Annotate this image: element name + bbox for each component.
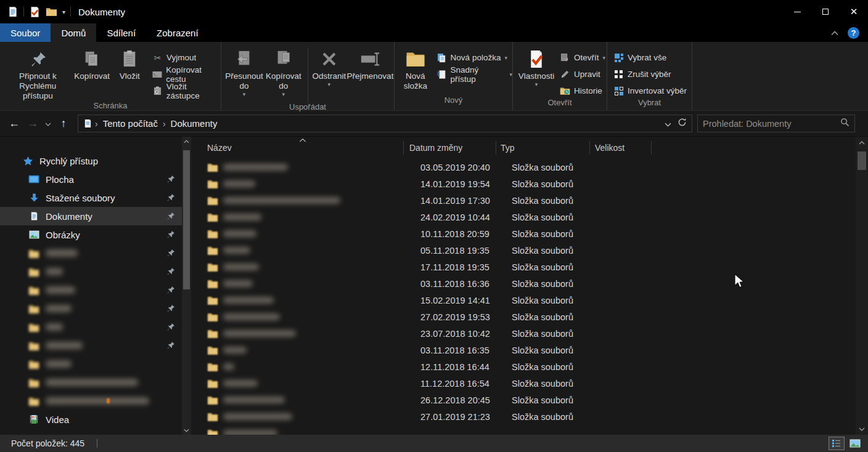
file-row[interactable]: 24.02.2019 10:44Složka souborů bbox=[191, 209, 856, 225]
cut-button[interactable]: ✂ Vyjmout bbox=[152, 50, 221, 65]
file-row[interactable]: 10.11.2018 20:59Složka souborů bbox=[191, 225, 856, 242]
history-button[interactable]: Historie bbox=[560, 84, 605, 98]
file-row[interactable]: 17.11.2018 19:35Složka souborů bbox=[191, 259, 856, 275]
open-button[interactable]: Otevřít▾ bbox=[560, 50, 605, 65]
scroll-down-icon[interactable] bbox=[182, 427, 191, 434]
recent-locations-chevron-icon[interactable] bbox=[42, 120, 54, 127]
pin-icon bbox=[166, 211, 175, 222]
sidebar-item-redacted[interactable] bbox=[0, 318, 191, 336]
file-row[interactable]: 14.01.2019 19:54Složka souborů bbox=[191, 176, 856, 192]
file-row[interactable]: 03.11.2018 16:36Složka souborů bbox=[191, 275, 856, 292]
copy-button[interactable]: Kopírovat bbox=[73, 46, 111, 81]
sidebar-item-redacted[interactable] bbox=[0, 355, 191, 373]
close-button[interactable]: ✕ bbox=[840, 0, 868, 23]
tab-file[interactable]: Soubor bbox=[0, 23, 51, 42]
column-header-size[interactable]: Velikost bbox=[590, 141, 652, 155]
sidebar-item-label: Plocha bbox=[46, 174, 74, 185]
search-icon[interactable] bbox=[840, 118, 850, 129]
tab-view[interactable]: Zobrazení bbox=[146, 23, 209, 42]
file-row[interactable]: 23.07.2018 10:42Složka souborů bbox=[191, 325, 856, 342]
rename-button[interactable]: Přejmenovat bbox=[346, 46, 394, 81]
breadcrumb-this-pc[interactable]: Tento počítač bbox=[100, 118, 160, 129]
sidebar-item-redacted[interactable] bbox=[0, 336, 191, 355]
pin-to-quick-access-button[interactable]: Připnout k Rychlému přístupu bbox=[7, 46, 68, 101]
sidebar-item-redacted[interactable] bbox=[0, 262, 191, 281]
column-header-date[interactable]: Datum změny bbox=[404, 141, 496, 155]
file-row[interactable]: 12.11.2018 16:44Složka souborů bbox=[191, 358, 856, 375]
select-all-button[interactable]: Vybrat vše bbox=[613, 50, 687, 65]
paste-button[interactable]: Vložit bbox=[116, 46, 144, 81]
qat-properties-button[interactable] bbox=[29, 6, 41, 18]
minimize-button[interactable] bbox=[783, 0, 811, 23]
properties-button[interactable]: Vlastnosti ▾ bbox=[517, 46, 556, 88]
maximize-button[interactable] bbox=[811, 0, 840, 23]
address-dropdown-icon[interactable] bbox=[665, 118, 671, 129]
scroll-down-icon[interactable] bbox=[856, 426, 868, 432]
select-none-button[interactable]: Zrušit výběr bbox=[613, 67, 687, 81]
paste-shortcut-button[interactable]: Vložit zástupce bbox=[152, 84, 221, 98]
sidebar-item-dokumenty[interactable]: Dokumenty bbox=[0, 207, 191, 225]
sidebar-item-videa[interactable]: Videa bbox=[0, 410, 191, 429]
sidebar-scrollbar-thumb[interactable] bbox=[183, 150, 190, 289]
sidebar-section-quick-access[interactable]: Rychlý přístup bbox=[0, 151, 191, 170]
up-button[interactable]: ↑ bbox=[54, 117, 73, 130]
folder-icon bbox=[207, 412, 218, 421]
breadcrumb-current-folder[interactable]: Dokumenty bbox=[168, 118, 220, 129]
sidebar-item-plocha[interactable]: Plocha bbox=[0, 170, 191, 188]
edit-button[interactable]: Upravit bbox=[560, 67, 605, 81]
file-row[interactable] bbox=[191, 425, 856, 435]
window-title: Dokumenty bbox=[78, 7, 125, 17]
column-header-type[interactable]: Typ bbox=[496, 141, 590, 155]
sidebar-item-redacted[interactable] bbox=[0, 244, 191, 262]
address-bar[interactable]: › Tento počítač › Dokumenty bbox=[78, 115, 692, 132]
sidebar-item-obrazky[interactable]: Obrázky bbox=[0, 225, 191, 244]
file-row[interactable]: 05.11.2018 19:35Složka souborů bbox=[191, 242, 856, 259]
file-row[interactable]: 11.12.2018 16:54Složka souborů bbox=[191, 375, 856, 392]
paste-shortcut-icon bbox=[152, 86, 163, 95]
refresh-icon[interactable] bbox=[678, 118, 687, 129]
scroll-up-icon[interactable] bbox=[182, 138, 191, 145]
help-icon[interactable]: ? bbox=[848, 27, 859, 39]
collapse-ribbon-icon[interactable] bbox=[830, 27, 839, 38]
tab-share[interactable]: Sdílení bbox=[96, 23, 146, 42]
sidebar-item-stazene-soubory[interactable]: Stažené soubory bbox=[0, 188, 191, 207]
search-box[interactable] bbox=[697, 115, 855, 132]
tab-home[interactable]: Domů bbox=[51, 23, 96, 42]
file-row[interactable]: 15.02.2019 14:41Složka souborů bbox=[191, 292, 856, 309]
file-type: Složka souborů bbox=[507, 312, 601, 322]
forward-button[interactable]: → bbox=[23, 117, 42, 130]
folder-icon bbox=[28, 378, 39, 387]
search-input[interactable] bbox=[703, 119, 840, 129]
details-view-button[interactable] bbox=[829, 437, 845, 450]
sidebar-item-redacted[interactable] bbox=[0, 373, 191, 392]
move-to-button[interactable]: Přesunout do▾ bbox=[225, 46, 263, 97]
copy-to-button[interactable]: Kopírovat do▾ bbox=[263, 46, 304, 97]
scroll-up-icon[interactable] bbox=[856, 139, 868, 146]
main-scrollbar[interactable] bbox=[856, 137, 868, 435]
file-row[interactable]: 27.01.2019 21:23Složka souborů bbox=[191, 408, 856, 425]
file-row[interactable]: 14.01.2019 17:30Složka souborů bbox=[191, 192, 856, 209]
sidebar-item-redacted[interactable] bbox=[0, 299, 191, 318]
copy-path-button[interactable]: \.. Kopírovat cestu bbox=[152, 67, 221, 81]
sidebar-item-redacted[interactable] bbox=[0, 281, 191, 299]
sidebar-item-redacted[interactable] bbox=[0, 392, 191, 410]
qat-new-folder-button[interactable] bbox=[46, 7, 57, 17]
qat-dropdown-button[interactable]: ▾ bbox=[62, 9, 65, 15]
file-type: Složka souborů bbox=[507, 379, 601, 389]
sidebar-scrollbar[interactable] bbox=[182, 137, 191, 435]
file-type: Složka souborů bbox=[507, 412, 601, 422]
file-row[interactable]: 03.05.2019 20:40Složka souborů bbox=[191, 159, 856, 176]
easy-access-button[interactable]: Snadný přístup▾ bbox=[436, 67, 512, 81]
delete-button[interactable]: Odstranit ▾ bbox=[312, 46, 346, 88]
invert-selection-button[interactable]: Invertovat výběr bbox=[613, 84, 687, 98]
new-folder-button[interactable]: Nová složka bbox=[399, 46, 432, 91]
file-row[interactable]: 27.02.2019 19:53Složka souborů bbox=[191, 309, 856, 325]
new-item-button[interactable]: Nová položka▾ bbox=[436, 50, 512, 65]
back-button[interactable]: ← bbox=[5, 117, 23, 130]
file-row[interactable]: 03.11.2018 16:35Složka souborů bbox=[191, 342, 856, 358]
pin-icon bbox=[166, 322, 175, 333]
thumbnail-view-button[interactable] bbox=[847, 437, 863, 450]
file-row[interactable]: 26.12.2018 20:45Složka souborů bbox=[191, 392, 856, 408]
main-scrollbar-thumb[interactable] bbox=[858, 151, 866, 170]
pin-icon bbox=[166, 285, 175, 296]
